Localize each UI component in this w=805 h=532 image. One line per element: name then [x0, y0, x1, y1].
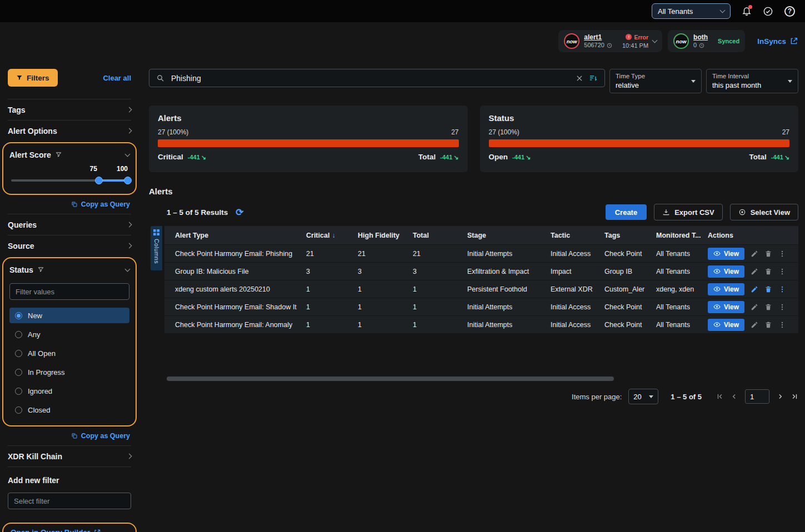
horizontal-scrollbar[interactable] — [167, 377, 614, 381]
sidebar-item-status[interactable]: Status — [9, 259, 129, 280]
cell-alert-type[interactable]: Check Point Harmony Email: Phishing — [164, 250, 301, 258]
more-actions-icon[interactable] — [778, 321, 786, 329]
tenant-selector-value: All Tenants — [658, 7, 693, 16]
time-type-dropdown[interactable]: Time Type relative — [609, 69, 702, 93]
edit-icon[interactable] — [751, 321, 758, 329]
clear-search-icon[interactable] — [576, 74, 583, 82]
status-option-closed[interactable]: Closed — [9, 402, 129, 418]
column-header-high-fidelity[interactable]: High Fidelity — [352, 232, 407, 239]
page-input[interactable] — [745, 389, 769, 404]
last-page-button[interactable] — [791, 393, 798, 400]
sidebar-item-xdr-kill-chain[interactable]: XDR Kill Chain — [8, 446, 131, 466]
alerts-bar[interactable] — [158, 139, 459, 147]
more-actions-icon[interactable] — [778, 268, 786, 275]
edit-icon[interactable] — [751, 285, 758, 293]
next-page-button[interactable] — [776, 393, 784, 400]
table-row[interactable]: Check Point Harmony Email: Anomaly 1 1 1… — [164, 316, 798, 334]
items-per-page-select[interactable]: 20 — [628, 389, 658, 404]
instance-name[interactable]: alert1 — [584, 34, 612, 41]
more-actions-icon[interactable] — [778, 250, 786, 258]
column-header-tactic[interactable]: Tactic — [545, 232, 599, 239]
alert-score-slider[interactable]: 75 100 — [11, 165, 128, 188]
cell-alert-type[interactable]: Group IB: Malicious File — [164, 268, 301, 275]
more-actions-icon[interactable] — [778, 285, 786, 293]
table-row[interactable]: Group IB: Malicious File 3 3 3 Exfiltrat… — [164, 263, 798, 280]
first-page-button[interactable] — [716, 393, 724, 400]
sidebar-item-alert-options[interactable]: Alert Options — [8, 121, 131, 141]
delete-icon[interactable] — [764, 321, 772, 329]
chevron-down-icon — [125, 266, 131, 272]
notifications-button[interactable] — [742, 6, 752, 16]
view-button[interactable]: View — [708, 248, 744, 260]
edit-icon[interactable] — [751, 268, 758, 275]
table-row[interactable]: Check Point Harmony Email: Shadow It 1 1… — [164, 298, 798, 316]
instance-card-both[interactable]: now both 0 Synced — [668, 30, 745, 52]
insyncs-link[interactable]: InSyncs — [757, 37, 798, 46]
filters-button[interactable]: Filters — [8, 69, 58, 87]
cell-critical: 1 — [301, 285, 352, 293]
clear-all-link[interactable]: Clear all — [103, 74, 131, 82]
chevron-down-icon — [652, 38, 658, 43]
status-filter-input[interactable] — [9, 283, 129, 300]
search-input[interactable] — [170, 73, 570, 83]
column-header-critical[interactable]: Critical↓ — [301, 232, 352, 239]
trend-down-icon: ↘ — [784, 154, 789, 161]
sidebar-item-source[interactable]: Source — [8, 235, 131, 256]
previous-page-button[interactable] — [731, 393, 738, 400]
column-header-tags[interactable]: Tags — [599, 232, 651, 239]
help-button[interactable]: ? — [784, 6, 795, 17]
column-header-total[interactable]: Total — [407, 232, 462, 239]
delete-icon[interactable] — [764, 303, 772, 311]
tenant-selector[interactable]: All Tenants — [652, 3, 731, 19]
delete-icon[interactable] — [764, 250, 772, 258]
query-filter-icon[interactable] — [589, 74, 598, 83]
edit-icon[interactable] — [751, 250, 758, 258]
refresh-icon[interactable]: ⟳ — [236, 208, 243, 217]
sidebar-item-alert-score[interactable]: Alert Score — [9, 144, 129, 165]
cell-tactic: External XDR — [545, 285, 599, 293]
copy-as-query-link[interactable]: Copy as Query — [71, 200, 130, 208]
create-button[interactable]: Create — [606, 204, 647, 220]
cell-alert-type[interactable]: Check Point Harmony Email: Anomaly — [164, 321, 301, 329]
delta-value: -441 — [512, 154, 524, 161]
slider-handle-min[interactable] — [95, 177, 103, 184]
slider-handle-max[interactable] — [124, 177, 132, 184]
dropdown-label: Time Interval — [712, 73, 792, 79]
time-interval-dropdown[interactable]: Time Interval this past month — [706, 69, 798, 93]
cell-alert-type[interactable]: xdeng custom alerts 20250210 — [164, 285, 301, 293]
export-csv-button[interactable]: Export CSV — [654, 204, 723, 220]
status-option-all-open[interactable]: All Open — [9, 345, 129, 361]
table-row[interactable]: xdeng custom alerts 20250210 1 1 1 Persi… — [164, 280, 798, 298]
instance-name[interactable]: both — [693, 34, 708, 41]
status-option-new[interactable]: New — [9, 308, 129, 323]
column-header-actions: Actions — [702, 232, 798, 239]
view-button[interactable]: View — [708, 265, 744, 278]
sidebar-item-tags[interactable]: Tags — [8, 99, 131, 120]
more-actions-icon[interactable] — [778, 303, 786, 311]
sidebar-item-queries[interactable]: Queries — [8, 214, 131, 235]
column-header-monitored[interactable]: Monitored T... — [651, 232, 702, 239]
edit-icon[interactable] — [751, 303, 758, 311]
status-option-any[interactable]: Any — [9, 327, 129, 342]
open-in-query-builder-link[interactable]: Open in Query Builder — [11, 528, 101, 532]
status-option-ignored[interactable]: Ignored — [9, 383, 129, 399]
view-button[interactable]: View — [708, 319, 744, 331]
delete-icon[interactable] — [764, 268, 772, 275]
delete-icon[interactable] — [764, 285, 772, 293]
view-button[interactable]: View — [708, 283, 744, 295]
instance-card-alert1[interactable]: now alert1 506720 ! Error 10:41 PM — [558, 30, 662, 52]
status-option-in-progress[interactable]: In Progress — [9, 364, 129, 380]
columns-tab[interactable]: Columns — [151, 226, 162, 270]
table-row[interactable]: Check Point Harmony Email: Phishing 21 2… — [164, 245, 798, 263]
select-filter-input[interactable] — [8, 493, 131, 509]
column-header-stage[interactable]: Stage — [462, 232, 545, 239]
column-header-alert-type[interactable]: Alert Type — [164, 232, 301, 239]
select-view-button[interactable]: Select View — [730, 204, 798, 220]
copy-as-query-link[interactable]: Copy as Query — [71, 432, 130, 440]
view-button[interactable]: View — [708, 301, 744, 313]
slider-track[interactable] — [11, 179, 128, 182]
tasks-button[interactable] — [763, 6, 773, 17]
alerts-section-title: Alerts — [149, 187, 798, 196]
status-bar[interactable] — [489, 139, 790, 147]
cell-alert-type[interactable]: Check Point Harmony Email: Shadow It — [164, 303, 301, 311]
